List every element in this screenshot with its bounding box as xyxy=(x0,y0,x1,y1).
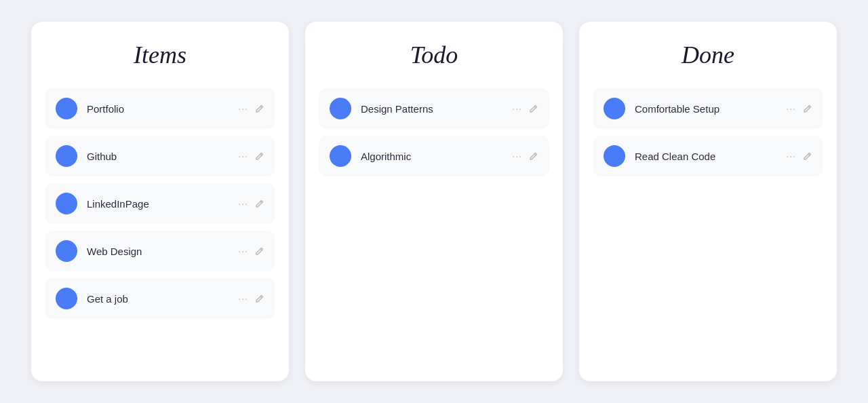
task-label-webdesign: Web Design xyxy=(87,246,229,257)
edit-icon[interactable] xyxy=(803,151,812,161)
task-item-github[interactable]: Github··· xyxy=(45,136,275,176)
column-items: ItemsPortfolio··· Github··· LinkedInPage… xyxy=(31,22,289,381)
task-label-github: Github xyxy=(87,151,229,162)
items-list-todo: Design Patterns··· Algorithmic··· xyxy=(319,88,549,176)
column-done: DoneComfortable Setup··· Read Clean Code… xyxy=(579,22,837,381)
task-dot-readcleancode xyxy=(604,145,625,167)
task-actions-algorithmic: ··· xyxy=(512,151,538,161)
task-dot-portfolio xyxy=(56,98,77,119)
more-dots-icon[interactable]: ··· xyxy=(786,103,796,114)
edit-icon[interactable] xyxy=(529,151,538,161)
task-item-linkedinpage[interactable]: LinkedInPage··· xyxy=(45,183,275,224)
task-dot-designpatterns xyxy=(330,98,351,119)
items-list-items: Portfolio··· Github··· LinkedInPage··· W… xyxy=(45,88,275,319)
column-title-items: Items xyxy=(45,41,275,69)
task-label-comfortablesetup: Comfortable Setup xyxy=(635,103,776,115)
task-item-comfortablesetup[interactable]: Comfortable Setup··· xyxy=(593,88,823,129)
task-actions-portfolio: ··· xyxy=(238,103,264,114)
task-label-algorithmic: Algorithmic xyxy=(361,151,502,162)
task-label-designpatterns: Design Patterns xyxy=(361,103,502,115)
task-item-getajob[interactable]: Get a job··· xyxy=(45,278,275,319)
edit-icon[interactable] xyxy=(255,104,264,113)
task-dot-github xyxy=(56,145,77,167)
task-actions-linkedinpage: ··· xyxy=(238,198,264,209)
edit-icon[interactable] xyxy=(529,104,538,113)
task-actions-github: ··· xyxy=(238,151,264,161)
edit-icon[interactable] xyxy=(803,104,812,113)
task-dot-webdesign xyxy=(56,240,77,262)
more-dots-icon[interactable]: ··· xyxy=(238,293,248,304)
more-dots-icon[interactable]: ··· xyxy=(512,151,522,161)
more-dots-icon[interactable]: ··· xyxy=(786,151,796,161)
more-dots-icon[interactable]: ··· xyxy=(238,198,248,209)
items-list-done: Comfortable Setup··· Read Clean Code··· xyxy=(593,88,823,176)
edit-icon[interactable] xyxy=(255,199,264,208)
task-item-algorithmic[interactable]: Algorithmic··· xyxy=(319,136,549,176)
task-item-webdesign[interactable]: Web Design··· xyxy=(45,231,275,271)
more-dots-icon[interactable]: ··· xyxy=(238,151,248,161)
task-item-designpatterns[interactable]: Design Patterns··· xyxy=(319,88,549,129)
task-dot-comfortablesetup xyxy=(604,98,625,119)
task-dot-getajob xyxy=(56,288,77,309)
task-label-linkedinpage: LinkedInPage xyxy=(87,198,229,210)
task-actions-comfortablesetup: ··· xyxy=(786,103,812,114)
task-item-readcleancode[interactable]: Read Clean Code··· xyxy=(593,136,823,176)
edit-icon[interactable] xyxy=(255,246,264,256)
task-actions-readcleancode: ··· xyxy=(786,151,812,161)
task-dot-linkedinpage xyxy=(56,193,77,214)
column-title-done: Done xyxy=(593,41,823,69)
kanban-board: ItemsPortfolio··· Github··· LinkedInPage… xyxy=(0,0,868,403)
column-title-todo: Todo xyxy=(319,41,549,69)
task-item-portfolio[interactable]: Portfolio··· xyxy=(45,88,275,129)
more-dots-icon[interactable]: ··· xyxy=(238,103,248,114)
edit-icon[interactable] xyxy=(255,294,264,303)
task-dot-algorithmic xyxy=(330,145,351,167)
column-todo: TodoDesign Patterns··· Algorithmic··· xyxy=(305,22,563,381)
task-label-getajob: Get a job xyxy=(87,293,229,305)
task-actions-webdesign: ··· xyxy=(238,246,264,256)
task-actions-designpatterns: ··· xyxy=(512,103,538,114)
task-actions-getajob: ··· xyxy=(238,293,264,304)
task-label-portfolio: Portfolio xyxy=(87,103,229,115)
more-dots-icon[interactable]: ··· xyxy=(512,103,522,114)
edit-icon[interactable] xyxy=(255,151,264,161)
task-label-readcleancode: Read Clean Code xyxy=(635,151,776,162)
more-dots-icon[interactable]: ··· xyxy=(238,246,248,256)
